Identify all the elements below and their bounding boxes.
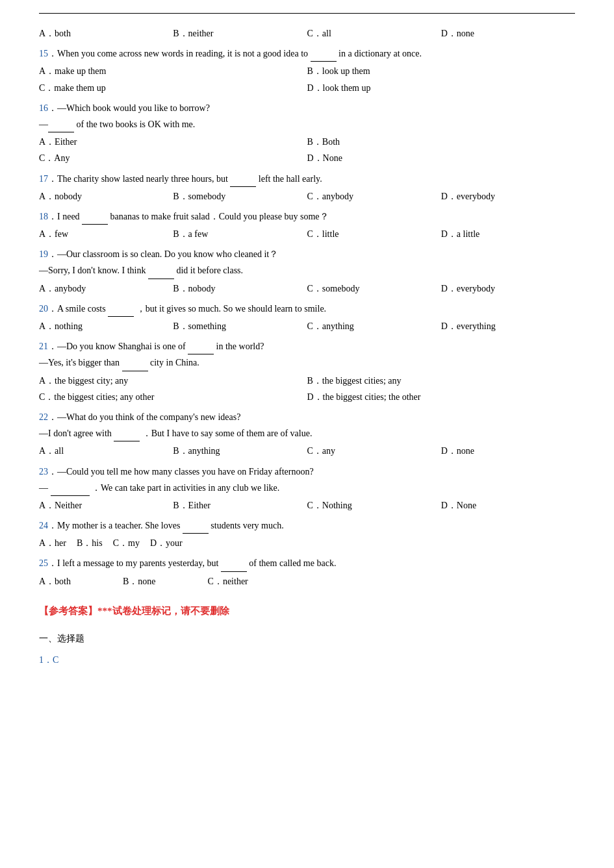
q17-option-d: D．everybody — [441, 188, 575, 205]
q19-text-after2: did it before class. — [176, 266, 243, 275]
q25-num: 25 — [39, 558, 48, 568]
question-17: 17．The charity show lasted nearly three … — [39, 171, 575, 205]
q25-text: ．I left a message to my parents yesterda… — [48, 558, 218, 568]
q21-num: 21 — [39, 341, 48, 351]
answer-1: 1．C — [39, 652, 575, 668]
q23-option-a: A．Neither — [39, 497, 173, 514]
q20-num: 20 — [39, 304, 48, 314]
q20-option-c: C．anything — [307, 318, 441, 334]
q23-option-d: D．None — [441, 497, 575, 514]
q15-option-d: D．look them up — [307, 80, 576, 96]
q19-text: ．—Our classroom is so clean. Do you know… — [48, 249, 278, 259]
answer-section-header: 【参考答案】***试卷处理标记，请不要删除 — [39, 602, 575, 620]
option-a: A．both — [39, 25, 173, 42]
q17-option-a: A．nobody — [39, 188, 173, 205]
q25-option-b: B．none — [123, 573, 156, 589]
q22-option-b: B．anything — [173, 443, 307, 459]
q21-text: ．—Do you know Shanghai is one of — [48, 341, 186, 351]
question-22: 22．—What do you think of the company's n… — [39, 409, 575, 460]
q21-blank2 — [122, 361, 148, 371]
q15-num: 15 — [39, 49, 48, 58]
question-15: 15．When you come across new words in rea… — [39, 45, 575, 96]
option-c: C．all — [307, 25, 441, 42]
question-21: 21．—Do you know Shanghai is one of in th… — [39, 338, 575, 405]
q22-option-c: C．any — [307, 443, 441, 459]
q16-line2: — — [39, 119, 48, 129]
q22-line2: —I don't agree with — [39, 428, 112, 438]
q25-text-after: of them called me back. — [249, 558, 336, 568]
q25-blank — [221, 562, 247, 572]
q20-option-b: B．something — [173, 318, 307, 334]
q15-option-b: B．look up them — [307, 63, 576, 79]
q18-text-after: bananas to make fruit salad．Could you pl… — [110, 212, 329, 221]
q17-text: ．The charity show lasted nearly three ho… — [48, 174, 228, 184]
q24-text-after: students very much. — [211, 521, 283, 530]
q20-option-a: A．nothing — [39, 318, 173, 334]
option-b: B．neither — [173, 25, 307, 42]
q15-option-c: C．make them up — [39, 80, 307, 96]
q17-option-c: C．anybody — [307, 188, 441, 205]
q24-blank — [183, 523, 209, 534]
q22-text-after2: ．But I have to say some of them are of v… — [142, 428, 313, 438]
q23-option-b: B．Either — [173, 497, 307, 514]
q19-option-c: C．somebody — [307, 280, 441, 297]
q25-option-a: A．both — [39, 573, 71, 589]
q17-blank — [230, 177, 256, 187]
q15-text: ．When you come across new words in readi… — [48, 49, 308, 58]
q18-blank — [82, 214, 108, 225]
q19-num: 19 — [39, 249, 48, 259]
q18-text: ．I need — [48, 212, 80, 221]
q22-text: ．—What do you think of the company's new… — [48, 412, 240, 422]
question-25: 25．I left a message to my parents yester… — [39, 555, 575, 589]
q17-text-after: left the hall early. — [259, 174, 322, 184]
q15-blank — [311, 51, 337, 62]
q23-num: 23 — [39, 467, 48, 477]
q18-num: 18 — [39, 212, 48, 221]
q24-option-c: C．my — [113, 535, 140, 551]
q20-text: ．A smile costs — [48, 304, 106, 314]
q20-text-after: ，but it gives so much. So we should lear… — [136, 304, 326, 314]
question-19: 19．—Our classroom is so clean. Do you kn… — [39, 246, 575, 297]
option-d: D．none — [441, 25, 575, 42]
q21-line2: —Yes, it's bigger than — [39, 358, 120, 367]
q23-option-c: C．Nothing — [307, 497, 441, 514]
q22-num: 22 — [39, 412, 48, 422]
q19-option-d: D．everybody — [441, 280, 575, 297]
q21-option-b: B．the biggest cities; any — [307, 373, 576, 389]
q15-option-a: A．make up them — [39, 63, 307, 79]
q21-option-d: D．the biggest cities; the other — [307, 389, 576, 405]
section-title: 一、选择题 — [39, 630, 575, 647]
q24-text: ．My mother is a teacher. She loves — [48, 521, 180, 530]
q21-option-c: C．the biggest cities; any other — [39, 389, 307, 405]
q23-text: ．—Could you tell me how many classes you… — [48, 467, 314, 477]
q25-option-c: C．neither — [208, 573, 248, 589]
question-18: 18．I need bananas to make fruit salad．Co… — [39, 208, 575, 242]
q16-option-a: A．Either — [39, 134, 307, 150]
q16-option-c: C．Any — [39, 150, 307, 166]
q19-blank2 — [148, 269, 174, 279]
q23-text-after2: ．We can take part in activities in any c… — [92, 483, 279, 493]
question-24: 24．My mother is a teacher. She loves stu… — [39, 517, 575, 551]
q16-text: ．—Which book would you like to borrow? — [48, 103, 210, 113]
q20-blank — [108, 306, 134, 317]
q18-option-c: C．little — [307, 226, 441, 242]
q24-option-a: A．her — [39, 535, 66, 551]
q24-option-d: D．your — [150, 535, 183, 551]
q21-text-after: in the world? — [216, 341, 264, 351]
q17-num: 17 — [39, 174, 48, 184]
q16-num: 16 — [39, 103, 48, 113]
q18-option-d: D．a little — [441, 226, 575, 242]
q23-line2: — — [39, 483, 48, 493]
q20-option-d: D．everything — [441, 318, 575, 334]
question-16: 16．—Which book would you like to borrow?… — [39, 100, 575, 167]
question-20: 20．A smile costs ，but it gives so much. … — [39, 301, 575, 334]
q17-option-b: B．somebody — [173, 188, 307, 205]
q21-text-after2: city in China. — [150, 358, 199, 367]
q19-option-a: A．anybody — [39, 280, 173, 297]
q22-option-d: D．none — [441, 443, 575, 459]
q16-blank2 — [48, 122, 74, 132]
q23-blank2 — [51, 486, 90, 496]
question-23: 23．—Could you tell me how many classes y… — [39, 464, 575, 514]
top-options-row: A．both B．neither C．all D．none — [39, 25, 575, 42]
q21-option-a: A．the biggest city; any — [39, 373, 307, 389]
